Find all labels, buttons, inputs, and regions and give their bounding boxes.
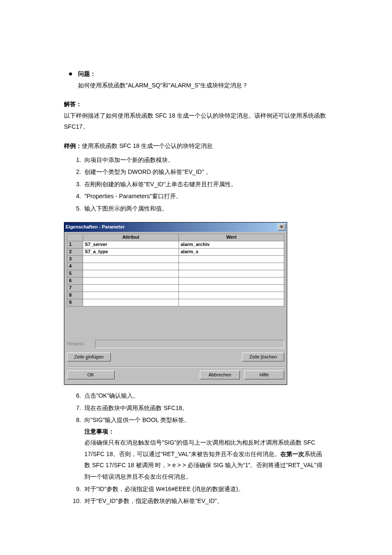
question-text: 如何使用系统函数"ALARM_SQ"和"ALARM_S"生成块特定消息？ [78, 80, 328, 91]
close-icon[interactable]: ✕ [278, 224, 285, 231]
hinweis-field[interactable] [95, 340, 284, 348]
grid-cell-attr[interactable] [83, 299, 179, 306]
grid-rownum: 7 [67, 284, 83, 292]
grid-rownum: 8 [67, 292, 83, 299]
dialog-footer: OK Abbrechen Hilfe [67, 367, 284, 382]
answer-paragraph: 以下样例描述了如何使用系统函数 SFC 18 生成一个公认的块特定消息。该样例还… [64, 110, 328, 133]
step-text: 点击"OK"确认输入。 [84, 392, 139, 399]
step-item: 向"SIG"输入提供一个 BOOL 类型标签。 注意事项： 必须确保只有在消息触… [83, 414, 328, 483]
grid-cell-attr[interactable]: S7_a_type [83, 248, 179, 255]
properties-dialog: Eigenschaften - Parameter ✕ Attribut Wer… [64, 222, 287, 385]
step-text: "Properties - Parameters"窗口打开。 [84, 193, 182, 199]
grid-row[interactable]: 8 [67, 292, 284, 299]
grid-cell-attr[interactable] [83, 263, 179, 270]
example-heading: 样例：使用系统函数 SFC 18 生成一个公认的块特定消息 [64, 140, 328, 152]
bullet-icon [69, 72, 72, 75]
spacer [240, 370, 244, 379]
grid-corner [67, 234, 83, 241]
grid-cell-wert[interactable] [179, 284, 284, 292]
grid-cell-attr[interactable] [83, 277, 179, 284]
col-header-wert: Wert [179, 234, 284, 241]
step-item: 现在在函数块中调用系统函数 SFC18。 [83, 402, 328, 414]
dialog-titlebar: Eigenschaften - Parameter ✕ [64, 223, 287, 232]
grid-cell-wert[interactable]: alarm_archiv [179, 241, 284, 248]
spacer [115, 370, 200, 379]
hinweis-row: Hinweis: [67, 340, 284, 348]
step-text: 现在在函数块中调用系统函数 SFC18。 [84, 405, 188, 411]
grid-cell-attr[interactable] [83, 284, 179, 292]
answer-section: 解答： 以下样例描述了如何使用系统函数 SFC 18 生成一个公认的块特定消息。… [64, 98, 328, 133]
step-item: 点击"OK"确认输入。 [83, 390, 328, 402]
grid-cell-attr[interactable]: S7_server [83, 241, 179, 248]
grid-row[interactable]: 7 [67, 284, 284, 292]
grid-rownum: 5 [67, 270, 83, 277]
grid-cell-attr[interactable] [83, 292, 179, 299]
example-label-bold: 样例： [64, 142, 82, 149]
btn-text: Zeile [249, 354, 261, 359]
col-header-attribut: Attribut [83, 234, 179, 241]
step-item: 向项目中添加一个新的函数模块。 [83, 154, 328, 166]
step-item: 输入下图所示的两个属性和值。 [83, 203, 328, 214]
insert-row-button[interactable]: Zeile einfügen [67, 353, 111, 361]
cancel-button[interactable]: Abbrechen [200, 370, 240, 379]
answer-label: 解答： [64, 98, 328, 110]
grid-cell-wert[interactable]: alarm_s [179, 248, 284, 255]
grid-rownum: 2 [67, 248, 83, 255]
grid-cell-wert[interactable] [179, 263, 284, 270]
grid-rownum: 9 [67, 299, 83, 306]
grid-cell-attr[interactable] [83, 255, 179, 263]
hinweis-label: Hinweis: [67, 341, 92, 347]
grid-cell-wert[interactable] [179, 270, 284, 277]
note-paragraph: 必须确保只有在消息触发信号"SIG"的值与上一次调用相比为相反时才调用系统函数 … [84, 437, 328, 482]
dialog-body: Attribut Wert 1S7_serveralarm_archiv 2S7… [64, 232, 287, 384]
grid-cell-wert[interactable] [179, 292, 284, 299]
grid-cell-wert[interactable] [179, 277, 284, 284]
step-text: 输入下图所示的两个属性和值。 [84, 205, 168, 212]
grid-row[interactable]: 5 [67, 270, 284, 277]
note-text-bold: 在第一次 [280, 451, 304, 457]
step-text: 对于"EV_ID"参数，指定函数块的输入标签"EV_ID"。 [84, 497, 223, 504]
step-item: 对于"EV_ID"参数，指定函数块的输入标签"EV_ID"。 [83, 495, 328, 507]
step-item: 在刚刚创建的输入标签"EV_ID"上单击右键并且打开属性。 [83, 179, 328, 190]
document-page: 问题： 如何使用系统函数"ALARM_SQ"和"ALARM_S"生成块特定消息？… [0, 0, 392, 542]
step-item: 创建一个类型为 DWORD 的输入标签"EV_ID" 。 [83, 166, 328, 178]
dialog-screenshot: Eigenschaften - Parameter ✕ Attribut Wer… [64, 222, 328, 385]
step-text: 在刚刚创建的输入标签"EV_ID"上单击右键并且打开属性。 [84, 181, 237, 188]
grid-cell-wert[interactable] [179, 255, 284, 263]
grid-empty-area [67, 306, 284, 336]
grid-cell-wert[interactable] [179, 299, 284, 306]
step-text: 向"SIG"输入提供一个 BOOL 类型标签。 [84, 416, 190, 423]
question-heading: 问题： [69, 68, 328, 80]
grid-row[interactable]: 1S7_serveralarm_archiv [67, 241, 284, 248]
example-label-rest: 使用系统函数 SFC 18 生成一个公认的块特定消息 [82, 142, 213, 149]
grid-row[interactable]: 3 [67, 255, 284, 263]
step-text: 向项目中添加一个新的函数模块。 [84, 156, 174, 163]
row-actions: Zeile einfügen Zeile löschen [67, 353, 284, 361]
grid-row[interactable]: 9 [67, 299, 284, 306]
step-item: 对于"ID"参数，必须指定值 W#16#EEEE (消息的数据通道)。 [83, 483, 328, 495]
grid-row[interactable]: 4 [67, 263, 284, 270]
step-item: "Properties - Parameters"窗口打开。 [83, 191, 328, 202]
help-button[interactable]: Hilfe [244, 370, 284, 379]
grid-rownum: 1 [67, 241, 83, 248]
delete-row-button[interactable]: Zeile löschen [242, 353, 284, 361]
steps-list-a: 向项目中添加一个新的函数模块。 创建一个类型为 DWORD 的输入标签"EV_I… [83, 154, 328, 214]
grid-rownum: 4 [67, 263, 83, 270]
note-label: 注意事项： [84, 426, 328, 437]
btn-text: öschen [262, 354, 277, 359]
spacer [111, 353, 242, 361]
question-label: 问题： [78, 68, 96, 80]
ok-button[interactable]: OK [67, 370, 115, 379]
grid-row[interactable]: 6 [67, 277, 284, 284]
step-text: 创建一个类型为 DWORD 的输入标签"EV_ID" 。 [84, 168, 212, 175]
grid-header-row: Attribut Wert [67, 234, 284, 241]
grid-cell-attr[interactable] [83, 270, 179, 277]
step-text: 对于"ID"参数，必须指定值 W#16#EEEE (消息的数据通道)。 [84, 486, 244, 492]
grid-rownum: 6 [67, 277, 83, 284]
grid-row[interactable]: 2S7_a_typealarm_s [67, 248, 284, 255]
btn-text: Zeile [74, 354, 86, 359]
parameter-grid[interactable]: Attribut Wert 1S7_serveralarm_archiv 2S7… [67, 234, 284, 306]
grid-rownum: 3 [67, 255, 83, 263]
steps-list-b: 点击"OK"确认输入。 现在在函数块中调用系统函数 SFC18。 向"SIG"输… [83, 390, 328, 507]
dialog-title: Eigenschaften - Parameter [66, 224, 278, 230]
